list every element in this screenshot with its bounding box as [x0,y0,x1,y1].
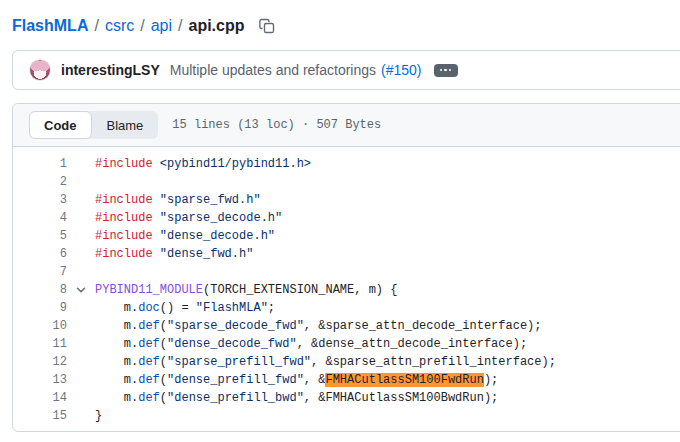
line-number[interactable]: 12 [13,353,67,371]
avatar[interactable] [29,59,51,81]
code-line: 10 m.def("sparse_decode_fwd", &sparse_at… [13,317,680,335]
line-number[interactable]: 15 [13,407,67,425]
latest-commit-bar: interestingLSY Multiple updates and refa… [12,50,680,90]
code-text: m.def("dense_decode_fwd", &dense_attn_de… [95,335,527,353]
line-number[interactable]: 6 [13,245,67,263]
copy-path-button[interactable] [257,16,277,36]
tab-code[interactable]: Code [29,111,92,139]
chevron-spacer [67,245,95,263]
code-text: #include <pybind11/pybind11.h> [95,155,311,173]
code-text: #include "dense_decode.h" [95,227,275,245]
code-line: 14 m.def("dense_prefill_bwd", &FMHACutla… [13,389,680,407]
code-text: #include "sparse_decode.h" [95,209,282,227]
breadcrumb-separator: / [178,17,182,35]
code-text: #include "dense_fwd.h" [95,245,253,263]
chevron-spacer [67,173,95,191]
commit-details-ellipsis-button[interactable] [434,64,458,77]
code-line: 15} [13,407,680,425]
code-line: 5#include "dense_decode.h" [13,227,680,245]
file-toolbar: Code Blame 15 lines (13 loc) · 507 Bytes [13,104,680,147]
chevron-spacer [67,389,95,407]
code-text: m.doc() = "FlashMLA"; [95,299,275,317]
chevron-spacer [67,227,95,245]
code-line: 12 m.def("sparse_prefill_fwd", &sparse_a… [13,353,680,371]
chevron-spacer [67,191,95,209]
code-line: 8PYBIND11_MODULE(TORCH_EXTENSION_NAME, m… [13,281,680,299]
code-text: m.def("sparse_prefill_fwd", &sparse_attn… [95,353,556,371]
commit-message: Multiple updates and refactorings [170,62,376,78]
copy-icon [259,18,275,34]
code-text: m.def("dense_prefill_bwd", &FMHACutlassS… [95,389,498,407]
chevron-spacer [67,317,95,335]
file-view-container: Code Blame 15 lines (13 loc) · 507 Bytes… [12,103,680,432]
code-text: #include "sparse_fwd.h" [95,191,261,209]
code-text: } [95,407,102,425]
line-number[interactable]: 10 [13,317,67,335]
collapse-toggle[interactable] [67,281,95,299]
chevron-spacer [67,353,95,371]
code-text: m.def("dense_prefill_fwd", &FMHACutlassS… [95,371,498,389]
line-number[interactable]: 4 [13,209,67,227]
code-line: 3#include "sparse_fwd.h" [13,191,680,209]
line-number[interactable]: 11 [13,335,67,353]
line-number[interactable]: 13 [13,371,67,389]
code-text: PYBIND11_MODULE(TORCH_EXTENSION_NAME, m)… [95,281,397,299]
breadcrumb: FlashMLA / csrc / api / api.cpp [0,0,680,36]
ellipsis-icon [440,69,443,72]
code-listing: 1#include <pybind11/pybind11.h>23#includ… [13,147,680,431]
code-line: 7 [13,263,680,281]
breadcrumb-separator: / [140,17,144,35]
code-blame-toggle: Code Blame [29,111,158,139]
line-number[interactable]: 5 [13,227,67,245]
line-number[interactable]: 14 [13,389,67,407]
code-line: 9 m.doc() = "FlashMLA"; [13,299,680,317]
breadcrumb-dir-api[interactable]: api [151,17,172,35]
chevron-spacer [67,407,95,425]
code-text: m.def("sparse_decode_fwd", &sparse_attn_… [95,317,542,335]
chevron-spacer [67,299,95,317]
collapse-chevron-icon[interactable] [75,284,87,296]
commit-author-link[interactable]: interestingLSY [61,62,160,78]
commit-pr-link[interactable]: (#150) [381,62,421,78]
line-number[interactable]: 1 [13,155,67,173]
line-number[interactable]: 8 [13,281,67,299]
tab-blame[interactable]: Blame [92,111,159,139]
chevron-spacer [67,155,95,173]
file-info: 15 lines (13 loc) · 507 Bytes [172,118,381,132]
code-line: 4#include "sparse_decode.h" [13,209,680,227]
chevron-spacer [67,371,95,389]
breadcrumb-repo-link[interactable]: FlashMLA [12,17,88,35]
search-match-highlight: FMHACutlassSM100FwdRun [325,373,483,387]
line-number[interactable]: 2 [13,173,67,191]
chevron-spacer [67,209,95,227]
code-line: 1#include <pybind11/pybind11.h> [13,155,680,173]
breadcrumb-file-name: api.cpp [189,17,245,35]
line-number[interactable]: 9 [13,299,67,317]
chevron-spacer [67,335,95,353]
code-line: 2 [13,173,680,191]
line-number[interactable]: 7 [13,263,67,281]
breadcrumb-separator: / [94,17,98,35]
code-line: 13 m.def("dense_prefill_fwd", &FMHACutla… [13,371,680,389]
chevron-spacer [67,263,95,281]
code-line: 6#include "dense_fwd.h" [13,245,680,263]
line-number[interactable]: 3 [13,191,67,209]
code-line: 11 m.def("dense_decode_fwd", &dense_attn… [13,335,680,353]
breadcrumb-dir-csrc[interactable]: csrc [105,17,134,35]
